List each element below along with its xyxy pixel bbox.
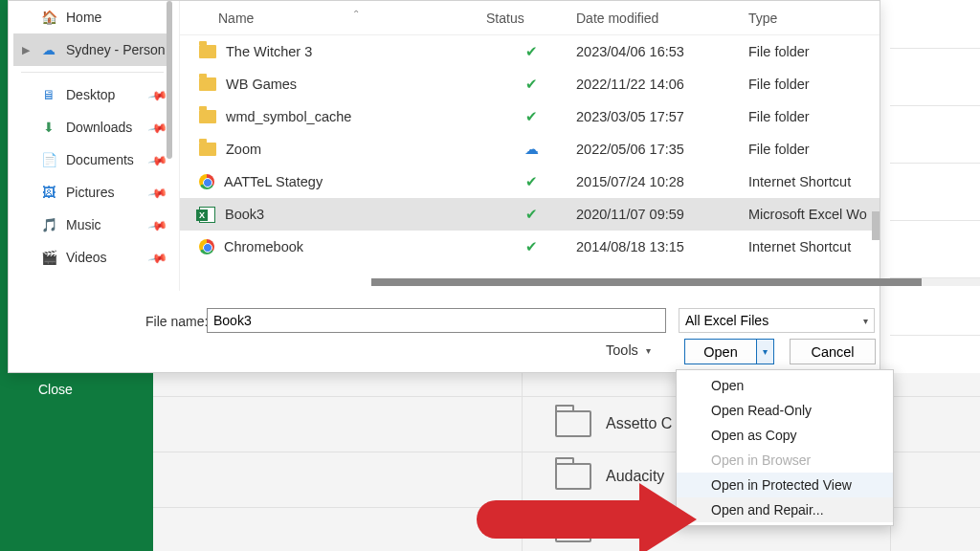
folder-icon: [199, 143, 216, 156]
folder-icon: [199, 77, 216, 91]
nav-label: Home: [66, 10, 101, 25]
chevron-down-icon: ▾: [646, 345, 651, 356]
file-row[interactable]: The Witcher 3 ✔ 2023/04/06 16:53 File fo…: [180, 35, 880, 68]
filename-label: File name:: [145, 314, 208, 329]
nav-label: Sydney - Person: [66, 42, 166, 57]
nav-label: Pictures: [66, 185, 115, 200]
sort-caret-icon: ⌃: [352, 9, 360, 19]
backstage-close[interactable]: Close: [38, 382, 73, 397]
home-icon: 🏠: [40, 9, 57, 26]
desktop-icon: 🖥: [40, 86, 57, 103]
synced-icon: ✔: [486, 109, 576, 124]
synced-icon: ✔: [486, 77, 576, 92]
synced-icon: ✔: [486, 239, 576, 254]
folder-icon: [199, 45, 216, 58]
menu-open-browser: Open in Browser: [677, 448, 893, 473]
menu-open-repair[interactable]: Open and Repair...: [677, 497, 893, 522]
nav-label: Videos: [66, 250, 107, 265]
file-row[interactable]: AATTeL Stategy ✔ 2015/07/24 10:28 Intern…: [180, 165, 880, 198]
nav-item-onedrive[interactable]: ▶ ☁ Sydney - Person: [13, 33, 171, 66]
header-name[interactable]: Name ⌃: [180, 11, 486, 26]
menu-open[interactable]: Open: [677, 373, 893, 398]
nav-item-videos[interactable]: 🎬 Videos 📌: [13, 241, 171, 274]
onedrive-icon: ☁: [40, 41, 57, 58]
navigation-pane: 🏠 Home ▶ ☁ Sydney - Person 🖥 Desktop 📌 ⬇…: [13, 1, 171, 288]
open-dropdown-menu: Open Open Read-Only Open as Copy Open in…: [676, 369, 894, 526]
nav-label: Music: [66, 217, 101, 232]
open-file-dialog: 🏠 Home ▶ ☁ Sydney - Person 🖥 Desktop 📌 ⬇…: [8, 0, 880, 373]
file-row[interactable]: wmd_symbol_cache ✔ 2023/03/05 17:57 File…: [180, 100, 880, 133]
nav-item-downloads[interactable]: ⬇ Downloads 📌: [13, 111, 171, 143]
tools-dropdown[interactable]: Tools▾: [606, 342, 651, 358]
nav-item-desktop[interactable]: 🖥 Desktop 📌: [13, 78, 171, 111]
hscroll-track[interactable]: [371, 278, 980, 286]
chevron-right-icon: ▶: [22, 44, 30, 56]
menu-open-copy[interactable]: Open as Copy: [677, 423, 893, 448]
chevron-down-icon: ▾: [763, 346, 768, 357]
vscroll-thumb[interactable]: [872, 211, 880, 240]
excel-icon: [199, 207, 215, 223]
pictures-icon: 🖼: [40, 184, 57, 201]
recent-folder[interactable]: Assetto C: [555, 397, 672, 450]
nav-item-documents[interactable]: 📄 Documents 📌: [13, 143, 171, 176]
folder-icon: [199, 110, 216, 123]
header-status[interactable]: Status: [486, 11, 576, 26]
nav-scrollbar[interactable]: [167, 1, 172, 159]
videos-icon: 🎬: [40, 249, 57, 266]
cancel-button[interactable]: Cancel: [790, 339, 876, 364]
nav-label: Documents: [66, 152, 134, 167]
file-list: Name ⌃ Status Date modified Type The Wit…: [179, 1, 880, 291]
header-type[interactable]: Type: [748, 11, 880, 26]
file-row[interactable]: WB Games ✔ 2022/11/22 14:06 File folder: [180, 68, 880, 100]
filename-input[interactable]: [207, 308, 666, 333]
pin-icon[interactable]: 📌: [147, 149, 168, 169]
pin-icon[interactable]: 📌: [147, 117, 168, 137]
excel-green-panel: [0, 373, 153, 551]
file-row-selected[interactable]: Book3 ✔ 2020/11/07 09:59 Microsoft Excel…: [180, 198, 880, 231]
menu-open-readonly[interactable]: Open Read-Only: [677, 398, 893, 423]
pin-icon[interactable]: 📌: [147, 214, 168, 234]
file-row[interactable]: Zoom ☁ 2022/05/06 17:35 File folder: [180, 133, 880, 165]
chrome-icon: [199, 174, 214, 189]
pin-icon[interactable]: 📌: [147, 247, 168, 267]
filetype-filter[interactable]: All Excel Files▾: [679, 308, 875, 333]
music-icon: 🎵: [40, 216, 57, 233]
open-split-button[interactable]: ▾: [756, 339, 774, 364]
download-icon: ⬇: [40, 119, 57, 136]
synced-icon: ✔: [486, 44, 576, 59]
cloud-icon: ☁: [486, 142, 576, 157]
column-headers: Name ⌃ Status Date modified Type: [180, 1, 880, 35]
nav-item-home[interactable]: 🏠 Home: [13, 1, 171, 33]
menu-open-protected[interactable]: Open in Protected View: [677, 473, 893, 497]
open-button[interactable]: Open: [684, 339, 756, 364]
pin-icon[interactable]: 📌: [147, 84, 168, 104]
annotation-arrow: [477, 483, 697, 551]
hscroll-thumb[interactable]: [371, 278, 922, 286]
nav-item-music[interactable]: 🎵 Music 📌: [13, 209, 171, 241]
synced-icon: ✔: [486, 207, 576, 222]
chevron-down-icon: ▾: [863, 316, 868, 326]
chrome-icon: [199, 239, 214, 254]
nav-item-pictures[interactable]: 🖼 Pictures 📌: [13, 176, 171, 209]
nav-label: Downloads: [66, 120, 132, 135]
nav-label: Desktop: [66, 87, 115, 102]
documents-icon: 📄: [40, 151, 57, 168]
file-row[interactable]: Chromebook ✔ 2014/08/18 13:15 Internet S…: [180, 231, 880, 263]
synced-icon: ✔: [486, 174, 576, 189]
header-date[interactable]: Date modified: [576, 11, 748, 26]
background-calendar-right: [890, 0, 980, 373]
dialog-footer: File name: All Excel Files▾ Tools▾ Open …: [9, 291, 880, 372]
pin-icon[interactable]: 📌: [147, 182, 168, 202]
nav-separator: [21, 72, 164, 73]
